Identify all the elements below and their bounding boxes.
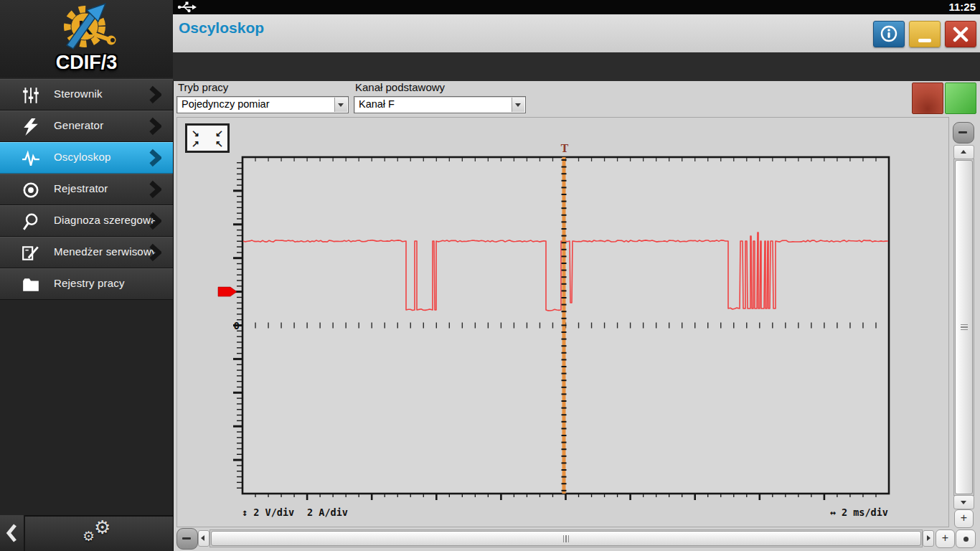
chevron-right-icon — [149, 180, 161, 199]
page-title: Oscyloskop — [179, 19, 264, 37]
close-button[interactable] — [945, 21, 976, 47]
vertical-scrollbar-track[interactable] — [953, 159, 974, 496]
close-icon — [953, 27, 969, 42]
chevron-right-icon — [149, 85, 161, 104]
gear-icon: ⚙ — [83, 528, 95, 545]
minus-icon — [182, 537, 191, 540]
arrow-nw-icon: ↖ — [215, 139, 223, 149]
horizontal-scrollbar-track[interactable] — [209, 529, 923, 547]
dot-icon — [963, 537, 969, 542]
channel-select-value: Kanał F — [359, 98, 395, 110]
sidebar-item-oscyloskop[interactable]: Oscyloskop — [0, 142, 173, 174]
magnifier-icon — [22, 212, 40, 231]
channel-label: Kanał podstawowy — [355, 81, 445, 93]
usb-icon — [177, 1, 197, 13]
service-book-icon — [22, 244, 40, 263]
trigger-label[interactable]: T — [559, 143, 570, 154]
thumb-grip — [961, 324, 968, 331]
vertical-scrollbar-thumb[interactable] — [955, 160, 973, 494]
zoom-out-vertical-button[interactable] — [953, 122, 974, 143]
scope-panel — [176, 117, 949, 527]
chevron-right-icon — [149, 117, 161, 136]
minimize-icon — [918, 39, 931, 42]
lightning-icon — [22, 118, 40, 136]
record-icon — [22, 181, 40, 199]
folder-icon — [22, 276, 40, 294]
horizontal-scrollbar-thumb[interactable] — [211, 531, 921, 546]
arrow-se-icon: ↘ — [192, 128, 199, 138]
scroll-up-button[interactable] — [953, 145, 974, 159]
gear-icon: ⚙ — [94, 517, 110, 539]
channel-select[interactable]: Kanał F — [354, 96, 526, 113]
time-per-div-label: ↔ 2 ms/div — [816, 507, 888, 518]
scroll-left-button[interactable] — [198, 530, 209, 547]
fit-view-button[interactable]: ↘ ↙ ↗ ↖ — [185, 123, 230, 153]
sidebar-item-sterownik[interactable]: Sterownik — [0, 79, 173, 110]
mode-select-value: Pojedynczy pomiar — [182, 98, 270, 110]
zoom-in-vertical-button[interactable]: + — [954, 509, 974, 528]
mode-label: Tryb pracy — [178, 81, 228, 93]
triangle-left-icon — [201, 535, 204, 541]
minimize-button[interactable] — [909, 21, 941, 47]
info-icon — [880, 25, 897, 42]
triangle-right-icon — [927, 535, 930, 541]
chevron-left-icon — [5, 523, 19, 543]
arrow-ne-icon: ↗ — [192, 139, 199, 149]
settings-button[interactable]: ⚙ ⚙ — [25, 515, 173, 551]
chevron-right-icon — [149, 212, 161, 230]
back-button[interactable] — [0, 515, 25, 551]
app-window: K CDIF/3 Sterownik Gener — [0, 0, 980, 551]
status-bar: 11:25 — [173, 0, 980, 14]
waveform-icon — [22, 149, 40, 168]
mode-select[interactable]: Pojedynczy pomiar — [176, 96, 349, 113]
arrow-sw-icon: ↙ — [215, 128, 223, 138]
scroll-right-button[interactable] — [923, 530, 934, 547]
sidebar: K CDIF/3 Sterownik Gener — [0, 0, 174, 551]
sidebar-item-diagnoza-szeregowa[interactable]: Diagnoza szeregowa — [0, 205, 173, 237]
info-button[interactable] — [873, 21, 905, 47]
toolbar-spacer — [173, 52, 980, 81]
chevron-down-icon[interactable] — [512, 98, 524, 112]
zero-axis-label: 0 — [228, 320, 240, 331]
logo-text: CDIF/3 — [0, 52, 173, 74]
stop-button[interactable] — [912, 83, 943, 114]
clock: 11:25 — [948, 1, 976, 13]
amp-per-div-label: 2 A/div — [307, 507, 348, 518]
sidebar-item-rejestrator[interactable]: Rejestrator — [0, 174, 173, 205]
start-button[interactable] — [945, 83, 976, 114]
zoom-out-horizontal-button[interactable] — [176, 528, 198, 550]
cdif-logo-icon: K — [47, 3, 126, 53]
triangle-up-icon — [961, 150, 966, 154]
sidebar-item-menedzer-serwisowy[interactable]: Menedżer serwisowy — [0, 237, 173, 268]
sliders-icon — [22, 86, 40, 105]
sidebar-item-generator[interactable]: Generator — [0, 110, 173, 142]
chevron-right-icon — [149, 149, 161, 167]
reset-view-button[interactable] — [956, 529, 976, 548]
triangle-down-icon — [961, 501, 966, 504]
sidebar-item-rejestry-pracy[interactable]: Rejestry pracy — [0, 268, 173, 300]
thumb-grip — [563, 535, 570, 542]
minus-icon — [958, 131, 967, 133]
chevron-down-icon[interactable] — [334, 98, 347, 112]
scroll-down-button[interactable] — [953, 495, 974, 509]
header-bar: Oscyloskop — [173, 14, 980, 52]
chevron-right-icon — [149, 243, 161, 262]
zoom-in-horizontal-button[interactable]: + — [936, 529, 955, 548]
volt-per-div-label: ↕ 2 V/div — [242, 507, 294, 518]
app-logo: K CDIF/3 — [0, 0, 173, 77]
